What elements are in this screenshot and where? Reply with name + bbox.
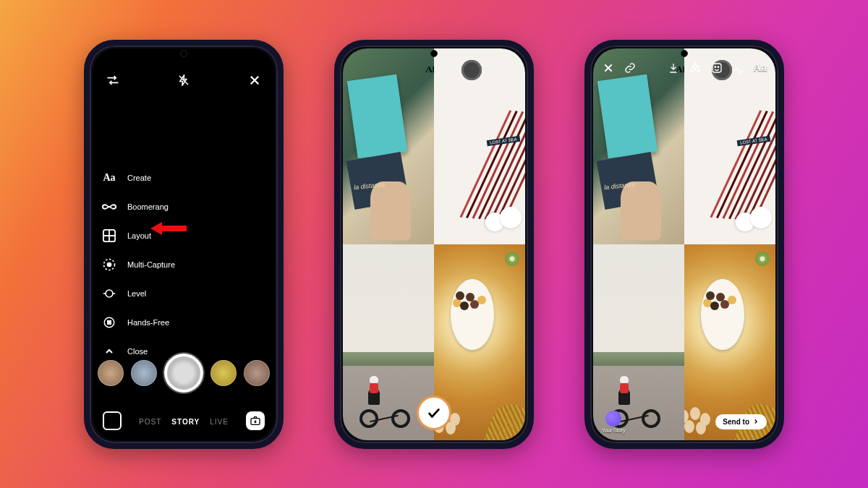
shutter-button[interactable]	[164, 354, 203, 393]
layout-icon	[101, 228, 117, 244]
close-icon[interactable]	[599, 59, 618, 77]
switch-camera-button[interactable]	[246, 411, 265, 430]
send-to-label: Send to	[723, 418, 749, 426]
phone-3-story-editor: Aff LOST AT SEA	[584, 40, 784, 449]
phone-1-story-camera: Aa Create Boomerang Layout Multi-Capture…	[84, 40, 284, 449]
tab-post[interactable]: POST	[139, 418, 161, 426]
svg-point-2	[108, 262, 111, 266]
magazine-text: Aff	[425, 64, 434, 75]
svg-rect-8	[712, 64, 721, 72]
settings-icon[interactable]	[103, 70, 123, 90]
menu-label: Multi-Capture	[127, 260, 175, 269]
menu-item-multicapture[interactable]: Multi-Capture	[101, 257, 175, 273]
front-camera-dot	[430, 50, 438, 57]
filter-carousel[interactable]	[93, 354, 275, 393]
phone-2-layout-filled: Aff LOST AT SEA	[334, 40, 534, 449]
your-story-label: Your Story	[602, 428, 625, 433]
draw-icon[interactable]	[729, 59, 748, 77]
screen-1: Aa Create Boomerang Layout Multi-Capture…	[93, 48, 275, 440]
confirm-check-button[interactable]	[417, 395, 451, 430]
book-spine-label: LOST AT SEA	[736, 136, 770, 146]
send-to-button[interactable]: Send to	[715, 414, 767, 429]
tab-live[interactable]: LIVE	[210, 418, 229, 426]
text-icon: Aa	[101, 170, 117, 186]
menu-item-level[interactable]: Level	[101, 286, 175, 301]
menu-item-boomerang[interactable]: Boomerang	[101, 199, 175, 215]
menu-label: Layout	[127, 231, 151, 240]
share-bar: Your Story Send to	[593, 411, 775, 433]
collage-cell-2: LOST AT SEA	[684, 48, 775, 244]
svg-marker-6	[150, 222, 187, 235]
layout-collage-grid: Aff LOST AT SEA	[343, 48, 525, 440]
front-camera-dot	[180, 50, 187, 57]
link-icon[interactable]	[621, 59, 639, 77]
tab-story[interactable]: STORY	[171, 418, 200, 426]
filter-thumb[interactable]	[244, 360, 270, 386]
svg-point-10	[718, 67, 718, 67]
flash-off-icon[interactable]	[174, 70, 194, 90]
your-story-avatar	[605, 411, 621, 427]
front-camera-dot	[681, 50, 688, 57]
story-tools-menu: Aa Create Boomerang Layout Multi-Capture…	[101, 170, 175, 359]
close-icon[interactable]	[244, 70, 265, 90]
book-spine-label: LOST AT SEA	[486, 136, 519, 146]
menu-label: Boomerang	[127, 202, 169, 211]
menu-item-handsfree[interactable]: Hands-Free	[101, 314, 175, 330]
collage-cell-1[interactable]: Aff	[343, 48, 434, 244]
screen-3: Aff LOST AT SEA	[593, 48, 775, 440]
multicapture-icon	[101, 257, 117, 273]
level-icon	[101, 286, 117, 301]
menu-label: Create	[127, 174, 151, 182]
screen-2: Aff LOST AT SEA	[343, 48, 525, 440]
text-icon[interactable]: Aa	[751, 59, 770, 77]
annotation-arrow	[150, 221, 187, 239]
gallery-button[interactable]	[103, 411, 122, 430]
sticker-icon[interactable]	[707, 59, 726, 77]
download-icon[interactable]	[664, 59, 683, 77]
collage-cell-2[interactable]: LOST AT SEA	[434, 48, 525, 244]
editor-toolbar: Aa	[593, 59, 775, 77]
svg-point-3	[106, 290, 113, 297]
collage-cell-1: Aff	[593, 48, 684, 244]
your-story-button[interactable]: Your Story	[602, 411, 625, 433]
filter-thumb[interactable]	[98, 360, 124, 386]
svg-rect-5	[108, 320, 111, 324]
filter-thumb[interactable]	[131, 360, 157, 386]
top-bar	[93, 70, 275, 90]
menu-label: Hands-Free	[127, 318, 169, 327]
menu-item-create[interactable]: Aa Create	[101, 170, 175, 186]
handsfree-icon	[101, 314, 117, 330]
svg-point-9	[715, 67, 715, 67]
layout-collage-grid: Aff LOST AT SEA	[593, 48, 775, 440]
infinity-icon	[101, 199, 117, 215]
filter-thumb[interactable]	[210, 360, 237, 386]
effects-icon[interactable]	[686, 59, 705, 77]
menu-label: Level	[127, 289, 146, 298]
